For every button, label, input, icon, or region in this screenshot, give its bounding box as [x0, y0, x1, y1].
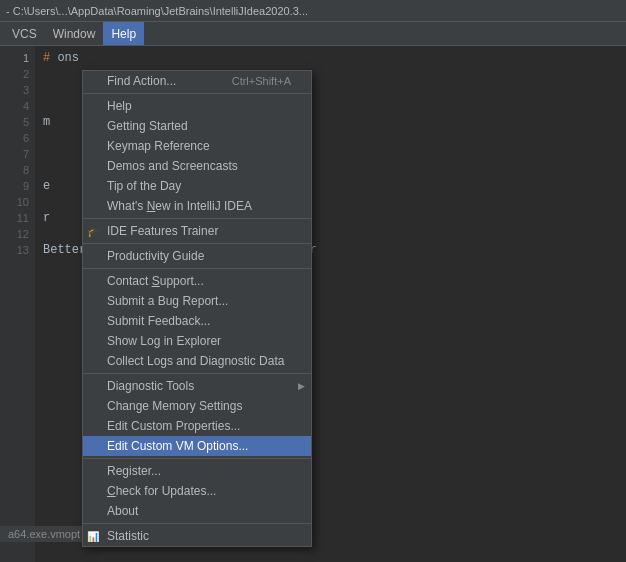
- menu-diagnostic-tools[interactable]: Diagnostic Tools: [83, 376, 311, 396]
- menu-show-log[interactable]: Show Log in Explorer: [83, 331, 311, 351]
- line-numbers: 1 2 3 4 5 6 7 8 9 10 11 12 13: [0, 46, 35, 562]
- separator-5: [83, 373, 311, 374]
- ide-features-icon: 🎓: [87, 226, 99, 237]
- menu-vcs[interactable]: VCS: [4, 22, 45, 45]
- menu-check-updates[interactable]: Check for Updates...: [83, 481, 311, 501]
- menu-edit-custom-props[interactable]: Edit Custom Properties...: [83, 416, 311, 436]
- line-num-2: 2: [0, 66, 35, 82]
- separator-6: [83, 458, 311, 459]
- menu-whats-new[interactable]: What's New in IntelliJ IDEA: [83, 196, 311, 216]
- menu-getting-started[interactable]: Getting Started: [83, 116, 311, 136]
- line-num-11: 11: [0, 210, 35, 226]
- menu-bar: VCS Window Help: [0, 22, 626, 46]
- line-num-9: 9: [0, 178, 35, 194]
- line-num-5: 5: [0, 114, 35, 130]
- separator-7: [83, 523, 311, 524]
- menu-tip-of-day[interactable]: Tip of the Day: [83, 176, 311, 196]
- title-bar: - C:\Users\...\AppData\Roaming\JetBrains…: [0, 0, 626, 22]
- line-num-4: 4: [0, 98, 35, 114]
- menu-change-memory[interactable]: Change Memory Settings: [83, 396, 311, 416]
- line-num-7: 7: [0, 146, 35, 162]
- editor-area: 1 2 3 4 5 6 7 8 9 10 11 12 13 # ons m e …: [0, 46, 626, 562]
- menu-edit-custom-vm[interactable]: Edit Custom VM Options...: [83, 436, 311, 456]
- line-num-8: 8: [0, 162, 35, 178]
- menu-collect-logs[interactable]: Collect Logs and Diagnostic Data: [83, 351, 311, 371]
- title-bar-text: - C:\Users\...\AppData\Roaming\JetBrains…: [6, 5, 308, 17]
- separator-3: [83, 243, 311, 244]
- menu-help[interactable]: Help: [103, 22, 144, 45]
- menu-window[interactable]: Window: [45, 22, 104, 45]
- menu-demos-screencasts[interactable]: Demos and Screencasts: [83, 156, 311, 176]
- menu-contact-support[interactable]: Contact Support...: [83, 271, 311, 291]
- line-num-13: 13: [0, 242, 35, 258]
- find-action-shortcut: Ctrl+Shift+A: [232, 75, 291, 87]
- line-num-3: 3: [0, 82, 35, 98]
- find-action-label: Find Action...: [107, 74, 176, 88]
- menu-statistic[interactable]: 📊 Statistic: [83, 526, 311, 546]
- help-dropdown-menu: Find Action... Ctrl+Shift+A Help Getting…: [82, 70, 312, 547]
- line-num-1: 1: [0, 50, 35, 66]
- menu-submit-bug[interactable]: Submit a Bug Report...: [83, 291, 311, 311]
- menu-ide-features[interactable]: 🎓 IDE Features Trainer: [83, 221, 311, 241]
- separator-1: [83, 93, 311, 94]
- line-num-10: 10: [0, 194, 35, 210]
- menu-help-item[interactable]: Help: [83, 96, 311, 116]
- menu-keymap-reference[interactable]: Keymap Reference: [83, 136, 311, 156]
- editor-line-1: # ons: [43, 50, 618, 66]
- menu-submit-feedback[interactable]: Submit Feedback...: [83, 311, 311, 331]
- statistic-icon: 📊: [87, 531, 99, 542]
- bottom-strip: a64.exe.vmopt: [0, 526, 88, 542]
- separator-4: [83, 268, 311, 269]
- line-num-12: 12: [0, 226, 35, 242]
- menu-about[interactable]: About: [83, 501, 311, 521]
- line-num-6: 6: [0, 130, 35, 146]
- menu-find-action[interactable]: Find Action... Ctrl+Shift+A: [83, 71, 311, 91]
- menu-productivity-guide[interactable]: Productivity Guide: [83, 246, 311, 266]
- separator-2: [83, 218, 311, 219]
- menu-register[interactable]: Register...: [83, 461, 311, 481]
